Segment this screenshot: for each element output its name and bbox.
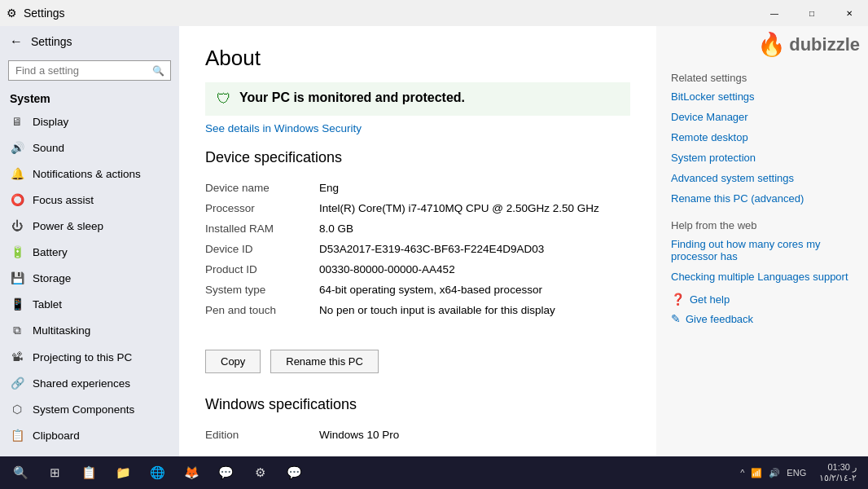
spec-table: Device name Eng Processor Intel(R) Core(… (205, 178, 630, 320)
taskbar-search[interactable]: 🔍 (5, 457, 36, 488)
sidebar: ← Settings 🔍 System 🖥 Display 🔊 Sound 🔔 … (0, 26, 179, 456)
spec-value: No pen or touch input is available for t… (319, 300, 630, 320)
search-input[interactable] (15, 64, 152, 77)
table-row: Edition Windows 10 Pro (205, 425, 630, 445)
spec-value: Windows 10 Pro (319, 425, 630, 445)
monitored-text: Your PC is monitored and protected. (239, 90, 465, 105)
sidebar-item-components[interactable]: ⬡ System Components (0, 396, 179, 422)
settings-title-icon: ⚙ (7, 7, 17, 20)
table-row: Product ID 00330-80000-00000-AA452 (205, 259, 630, 280)
cpu-cores-link[interactable]: Finding out how many cores my processor … (671, 238, 853, 262)
shield-icon: 🛡 (217, 90, 231, 108)
see-details-link[interactable]: See details in Windows Security (205, 122, 630, 134)
sidebar-item-notifications[interactable]: 🔔 Notifications & actions (0, 161, 179, 187)
main-container: ← Settings 🔍 System 🖥 Display 🔊 Sound 🔔 … (0, 26, 868, 456)
spec-label: System type (205, 280, 319, 300)
taskbar: 🔍 ⊞ 📋 📁 🌐 🦊 💬 ⚙ 💬 ^ 📶 🔊 ENG 01:30 ر ٢-١٥… (0, 456, 868, 489)
page-title: About (205, 46, 630, 71)
table-row: Installed RAM 8.0 GB (205, 218, 630, 239)
taskbar-firefox[interactable]: 🦊 (176, 457, 207, 488)
get-help-link[interactable]: ❓ Get help (671, 293, 853, 306)
taskbar-time: 01:30 ر ٢-١٥/٢/١٤ (813, 462, 863, 483)
sidebar-item-projecting[interactable]: 📽 Projecting to this PC (0, 344, 179, 370)
taskbar-edge[interactable]: 🌐 (142, 457, 173, 488)
remote-desktop-link[interactable]: Remote desktop (671, 131, 853, 143)
titlebar-controls: — □ ✕ (756, 0, 868, 26)
sidebar-item-label: Display (33, 116, 68, 128)
spec-value: Intel(R) Core(TM) i7-4710MQ CPU @ 2.50GH… (319, 198, 630, 218)
titlebar-left: ⚙ Settings (7, 7, 65, 20)
maximize-button[interactable]: □ (793, 0, 831, 26)
spec-label: Device name (205, 178, 319, 198)
content-area: About 🛡 Your PC is monitored and protect… (179, 26, 656, 456)
rename-button[interactable]: Rename this PC (270, 350, 379, 373)
sidebar-item-focus[interactable]: ⭕ Focus assist (0, 187, 179, 213)
search-box: 🔍 (8, 60, 171, 81)
languages-link[interactable]: Checking multiple Languages support (671, 271, 853, 283)
copy-button[interactable]: Copy (205, 350, 261, 373)
system-protection-link[interactable]: System protection (671, 152, 853, 164)
monitored-badge: 🛡 Your PC is monitored and protected. (205, 82, 630, 116)
taskbar-task-view[interactable]: 📋 (73, 457, 104, 488)
windows-specs-title: Windows specifications (205, 396, 630, 413)
sidebar-item-storage[interactable]: 💾 Storage (0, 265, 179, 291)
right-panel: 🔥 dubizzle Related settings BitLocker se… (656, 26, 868, 456)
notifications-icon: 🔔 (10, 167, 24, 180)
related-label: Related settings (671, 72, 853, 84)
sidebar-item-label: Clipboard (33, 430, 80, 442)
feedback-icon: ✎ (671, 312, 681, 325)
table-row: Processor Intel(R) Core(TM) i7-4710MQ CP… (205, 198, 630, 218)
taskbar-explorer[interactable]: 📁 (107, 457, 138, 488)
sidebar-item-tablet[interactable]: 📱 Tablet (0, 291, 179, 317)
get-help-label: Get help (690, 293, 730, 306)
power-icon: ⏻ (10, 219, 24, 232)
sidebar-item-shared[interactable]: 🔗 Shared experiences (0, 370, 179, 396)
sidebar-item-multitasking[interactable]: ⧉ Multitasking (0, 317, 179, 344)
sidebar-item-label: Notifications & actions (33, 168, 141, 180)
components-icon: ⬡ (10, 403, 24, 416)
back-button[interactable]: ← Settings (0, 26, 179, 57)
help-icon: ❓ (671, 293, 685, 306)
sidebar-item-battery[interactable]: 🔋 Battery (0, 239, 179, 265)
give-feedback-label: Give feedback (686, 313, 753, 325)
taskbar-volume[interactable]: 🔊 (769, 468, 780, 478)
sidebar-item-label: Focus assist (33, 194, 94, 206)
table-row: Device name Eng (205, 178, 630, 198)
spec-value: 00330-80000-00000-AA452 (319, 259, 630, 280)
windows-specs-section: Windows specifications Edition Windows 1… (205, 396, 630, 445)
sidebar-section-label: System (0, 87, 179, 108)
multitasking-icon: ⧉ (10, 324, 24, 337)
action-links: ❓ Get help ✎ Give feedback (671, 293, 853, 325)
shared-icon: 🔗 (10, 377, 24, 390)
advanced-system-link[interactable]: Advanced system settings (671, 172, 853, 184)
sidebar-item-power[interactable]: ⏻ Power & sleep (0, 213, 179, 239)
taskbar-network: 📶 (751, 468, 762, 478)
bitlocker-link[interactable]: BitLocker settings (671, 90, 853, 103)
display-icon: 🖥 (10, 115, 24, 128)
taskbar-chevron[interactable]: ^ (740, 468, 744, 478)
sidebar-item-label: Multitasking (33, 324, 90, 337)
taskbar-whatsapp[interactable]: 💬 (210, 457, 241, 488)
device-manager-link[interactable]: Device Manager (671, 111, 853, 123)
sidebar-item-clipboard[interactable]: 📋 Clipboard (0, 422, 179, 448)
date-display: ٢-١٥/٢/١٤ (819, 473, 857, 483)
focus-icon: ⭕ (10, 193, 24, 206)
minimize-button[interactable]: — (756, 0, 793, 26)
close-button[interactable]: ✕ (831, 0, 868, 26)
device-specs-title: Device specifications (205, 149, 630, 166)
sidebar-item-label: Sound (33, 142, 64, 154)
sidebar-item-display[interactable]: 🖥 Display (0, 108, 179, 134)
taskbar-settings[interactable]: ⚙ (244, 457, 275, 488)
projecting-icon: 📽 (10, 350, 24, 363)
titlebar-title: Settings (24, 7, 65, 20)
sidebar-item-label: Projecting to this PC (33, 351, 132, 363)
spec-label: Product ID (205, 259, 319, 280)
spec-value: D53A2017-E319-463C-BF63-F224E4D9AD03 (319, 239, 630, 259)
give-feedback-link[interactable]: ✎ Give feedback (671, 312, 853, 325)
taskbar-start[interactable]: ⊞ (39, 457, 70, 488)
taskbar-messenger[interactable]: 💬 (278, 457, 309, 488)
time-display: 01:30 ر (819, 462, 857, 473)
spec-value: 8.0 GB (319, 218, 630, 239)
rename-pc-link[interactable]: Rename this PC (advanced) (671, 192, 853, 205)
sidebar-item-sound[interactable]: 🔊 Sound (0, 134, 179, 161)
